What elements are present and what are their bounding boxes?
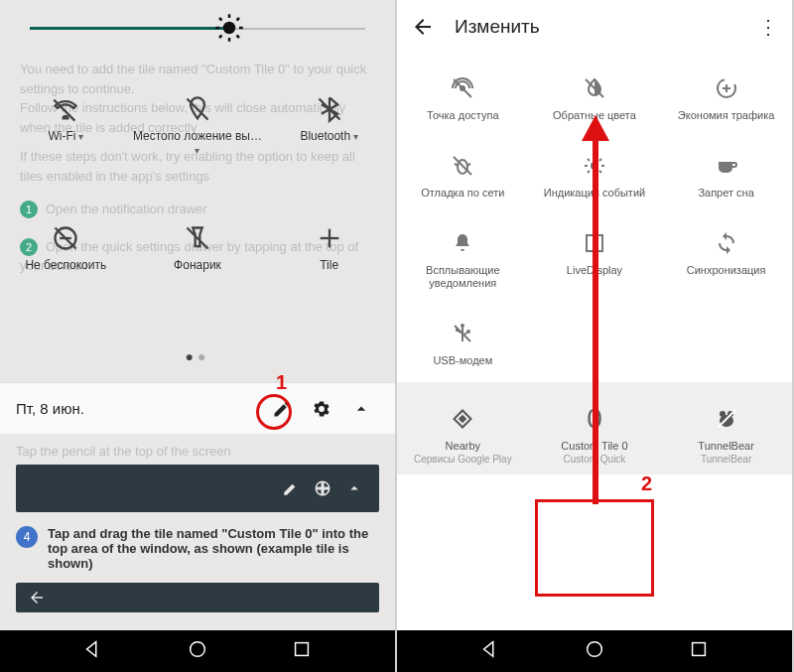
notification-light-icon: [533, 145, 657, 187]
nav-bar-right: [397, 630, 792, 672]
tile-netdebug[interactable]: Отладка по сети: [397, 137, 529, 214]
flashlight-label: Фонарик: [132, 258, 262, 272]
tile-custom0[interactable]: 0 Custom Tile 0 Custom Quick: [529, 382, 661, 474]
qs-panel: You need to add the tile named "Custom T…: [0, 0, 395, 382]
qs-tile-flashlight[interactable]: Фонарик: [132, 218, 262, 272]
data-saver-icon: [664, 67, 788, 109]
page-title: Изменить: [455, 16, 738, 38]
qs-tile-dnd[interactable]: Не беспокоить: [1, 218, 131, 272]
bell-icon: [401, 222, 525, 264]
callout-number-2: 2: [641, 472, 652, 495]
nav-home[interactable]: [584, 638, 605, 664]
zero-icon: 0: [587, 403, 602, 435]
phone-left: You need to add the tile named "Custom T…: [0, 0, 395, 672]
edit-header: Изменить ⋮: [397, 0, 792, 54]
edit-button[interactable]: [264, 391, 300, 427]
overflow-button[interactable]: ⋮: [758, 15, 778, 39]
livedisplay-icon: [533, 222, 657, 264]
tiles-grid: Точка доступа Обратные цвета Экономия тр…: [397, 54, 792, 474]
usb-icon: [401, 313, 525, 354]
svg-point-41: [588, 642, 602, 657]
svg-rect-36: [459, 415, 466, 423]
flashlight-off-icon: [132, 218, 262, 258]
bug-off-icon: [401, 145, 525, 187]
callout-box-2: [535, 499, 654, 597]
svg-line-5: [219, 18, 222, 21]
svg-rect-42: [693, 643, 706, 656]
dnd-off-icon: [1, 218, 131, 258]
nearby-icon: [401, 398, 525, 440]
svg-point-27: [591, 162, 598, 170]
qs-footer: Пт, 8 июн.: [0, 382, 395, 434]
tile-sync[interactable]: Синхронизация: [660, 214, 792, 306]
step-4: 4 Tap and drag the tile named "Custom Ti…: [16, 526, 379, 571]
wifi-off-icon: [1, 89, 131, 129]
pager-dots: ●●: [0, 348, 395, 364]
wifi-label: Wi-Fi: [1, 129, 131, 143]
tile-empty: [660, 305, 792, 382]
tile-keepawake[interactable]: Запрет сна: [660, 137, 792, 214]
tile-events[interactable]: Индикация событий: [529, 137, 661, 214]
svg-line-8: [237, 18, 240, 21]
add-tile-label: Tile: [264, 258, 394, 272]
qs-tile-wifi[interactable]: Wi-Fi: [1, 89, 131, 157]
svg-line-7: [219, 36, 222, 39]
nav-back[interactable]: [479, 638, 501, 664]
bluetooth-label: Bluetooth: [264, 129, 394, 143]
svg-point-29: [593, 241, 596, 245]
back-button[interactable]: [411, 15, 435, 39]
location-label: Местопо ложение вы…: [132, 129, 262, 157]
tile-invert[interactable]: Обратные цвета: [529, 60, 661, 137]
invert-colors-icon: [533, 67, 657, 109]
brightness-slider[interactable]: [0, 0, 395, 50]
svg-line-6: [237, 36, 240, 39]
instructions-panel: Tap the pencil at the top of the screen …: [0, 434, 395, 630]
tile-heads[interactable]: Всплывающие уведомления: [397, 214, 529, 306]
tile-livedisplay[interactable]: LiveDisplay: [529, 214, 661, 306]
tile-nearby[interactable]: Nearby Сервисы Google Play: [397, 382, 529, 474]
settings-button[interactable]: [304, 391, 339, 427]
nav-back[interactable]: [82, 638, 104, 664]
nav-home[interactable]: [187, 638, 208, 664]
svg-point-33: [466, 330, 470, 334]
hotspot-icon: [401, 67, 525, 109]
location-off-icon: [132, 89, 262, 129]
coffee-icon: [664, 145, 788, 187]
qs-tile-add[interactable]: Tile: [264, 218, 394, 272]
example-bar-2: [16, 583, 379, 612]
dnd-label: Не беспокоить: [1, 258, 131, 272]
bluetooth-off-icon: [264, 89, 394, 129]
phone-right: Изменить ⋮ Точка доступа Обратные цвета …: [397, 0, 792, 672]
date-label: Пт, 8 июн.: [16, 400, 84, 417]
tile-usb[interactable]: USB-модем: [397, 305, 529, 382]
example-bar-1: [16, 465, 379, 512]
nav-recent[interactable]: [688, 638, 710, 664]
sync-icon: [664, 222, 788, 264]
tile-hotspot[interactable]: Точка доступа: [397, 60, 529, 137]
collapse-button[interactable]: [343, 391, 379, 427]
tile-empty: [529, 305, 661, 382]
svg-point-15: [191, 642, 205, 657]
qs-tile-bluetooth[interactable]: Bluetooth: [264, 89, 394, 157]
qs-tile-location[interactable]: Местопо ложение вы…: [132, 89, 262, 157]
nav-bar-left: [0, 630, 395, 672]
svg-point-0: [223, 22, 236, 35]
svg-rect-16: [296, 643, 309, 656]
tunnelbear-icon: [664, 398, 788, 440]
brightness-icon: [213, 12, 245, 44]
plus-icon: [264, 218, 394, 258]
tile-tunnelbear[interactable]: TunnelBear TunnelBear: [660, 382, 792, 474]
nav-recent[interactable]: [291, 638, 313, 664]
tile-datasaver[interactable]: Экономия трафика: [660, 60, 792, 137]
